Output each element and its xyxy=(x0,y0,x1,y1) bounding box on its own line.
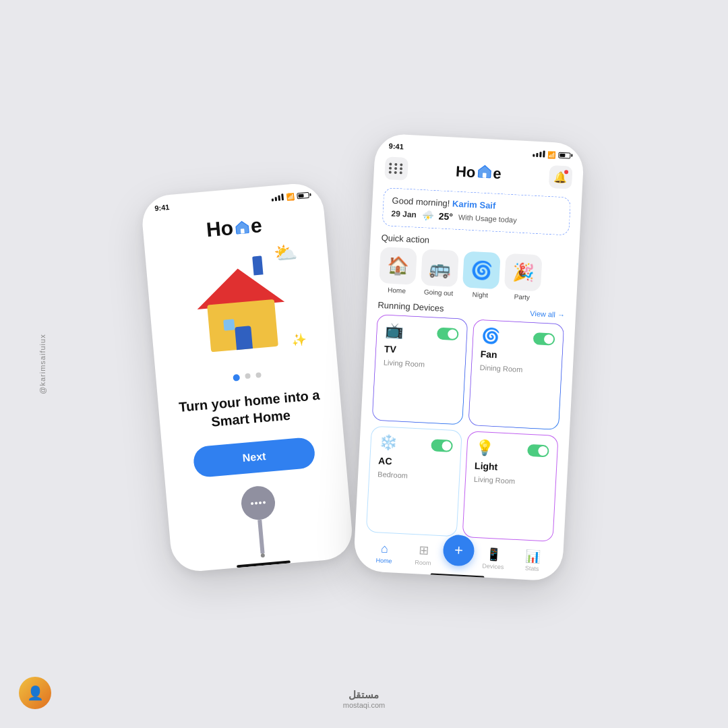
qa-party-icon-box: 🎉 xyxy=(504,253,543,292)
qa-going-out-icon-box: 🚌 xyxy=(421,249,459,287)
nav-stats-label: Stats xyxy=(525,565,539,572)
temperature: 25° xyxy=(438,210,453,222)
tv-room: Living Room xyxy=(384,358,457,370)
svg-rect-1 xyxy=(482,173,486,178)
app-title-p2: Ho e xyxy=(455,163,502,183)
tv-toggle[interactable] xyxy=(437,328,459,341)
tv-icon: 📺 xyxy=(385,322,404,340)
spark-icon: ✨ xyxy=(291,332,307,348)
usage-text: With Usage today xyxy=(458,213,517,224)
grid-icon xyxy=(389,162,404,174)
page-indicator xyxy=(233,373,262,382)
onboarding-text: Turn your home into a Smart Home xyxy=(171,386,329,434)
qa-home-label: Home xyxy=(388,286,406,295)
svg-rect-0 xyxy=(240,229,244,234)
fab-add-button[interactable]: + xyxy=(442,534,475,566)
nav-room-icon: ⊞ xyxy=(418,543,429,559)
signal-icon xyxy=(271,193,284,202)
qa-night[interactable]: 🌀 Night xyxy=(462,251,501,299)
device-card-fan[interactable]: 🌀 Fan Dining Room xyxy=(468,319,564,430)
ac-icon: ❄️ xyxy=(379,433,398,452)
quick-actions-list: 🏠 Home 🚌 Going out 🌀 Night 🎉 Party xyxy=(378,247,568,303)
qa-party-label: Party xyxy=(514,293,530,301)
next-button[interactable]: Next xyxy=(192,437,315,478)
home-indicator-p2 xyxy=(430,573,484,578)
ac-name: AC xyxy=(378,455,452,470)
qa-night-label: Night xyxy=(472,291,488,299)
running-devices-title: Running Devices xyxy=(377,300,444,313)
phone1-body: Ho e ⛅ xyxy=(142,200,353,566)
phone-dashboard: 9:41 📶 xyxy=(353,133,585,581)
battery-icon-p2 xyxy=(558,152,570,158)
fan-icon: 🌀 xyxy=(481,327,500,345)
weather-icon: ⛈️ xyxy=(421,210,433,221)
light-room: Living Room xyxy=(474,475,547,487)
speaker-illustration xyxy=(240,485,280,559)
device-card-light[interactable]: 💡 Light Living Room xyxy=(462,431,559,542)
qa-going-out[interactable]: 🚌 Going out xyxy=(420,249,459,297)
battery-icon xyxy=(297,191,309,199)
user-name: Karim Saif xyxy=(452,198,496,210)
nav-home-label: Home xyxy=(375,557,392,564)
device-card-tv[interactable]: 📺 TV Living Room xyxy=(371,314,468,425)
light-name: Light xyxy=(475,460,549,475)
devices-grid: 📺 TV Living Room 🌀 xyxy=(366,314,565,542)
watermark-left: @karimsaifuiux xyxy=(38,334,47,394)
wifi-icon: 📶 xyxy=(286,192,295,200)
greeting-card: Good morning! Karim Saif 29 Jan ⛈️ 25° W… xyxy=(382,187,572,235)
time-p1: 9:41 xyxy=(154,203,170,212)
cloud-icon: ⛅ xyxy=(272,241,298,265)
status-icons-p1: 📶 xyxy=(271,191,309,202)
nav-room-label: Room xyxy=(415,559,431,566)
wifi-icon-p2: 📶 xyxy=(547,150,556,158)
notification-button[interactable]: 🔔 xyxy=(549,165,573,189)
menu-button[interactable] xyxy=(384,156,408,181)
avatar: 👤 xyxy=(19,677,51,709)
dot-2 xyxy=(245,373,251,380)
view-all-button[interactable]: View all → xyxy=(530,309,565,319)
nav-room[interactable]: ⊞ Room xyxy=(403,542,444,567)
notification-badge xyxy=(564,170,568,174)
time-p2: 9:41 xyxy=(388,142,404,150)
nav-home-icon: ⌂ xyxy=(381,541,389,556)
qa-going-out-label: Going out xyxy=(424,288,454,297)
qa-party[interactable]: 🎉 Party xyxy=(504,253,543,302)
tv-name: TV xyxy=(384,343,458,358)
greeting-date: 29 Jan xyxy=(391,209,417,220)
ac-room: Bedroom xyxy=(377,470,451,482)
qa-home[interactable]: 🏠 Home xyxy=(378,247,417,295)
light-toggle[interactable] xyxy=(527,444,549,458)
app-title-p1: Ho e xyxy=(206,214,263,241)
nav-stats-icon: 📊 xyxy=(525,549,541,564)
fan-toggle[interactable] xyxy=(533,332,555,346)
ac-toggle[interactable] xyxy=(431,439,453,452)
nav-devices-icon: 📱 xyxy=(486,547,502,562)
house-icon-p2 xyxy=(477,164,492,182)
device-card-ac[interactable]: ❄️ AC Bedroom xyxy=(366,426,462,537)
qa-night-icon-box: 🌀 xyxy=(462,251,501,289)
nav-devices-label: Devices xyxy=(482,562,504,570)
watermark-bottom: مستقل mostaqi.com xyxy=(343,689,385,709)
nav-devices[interactable]: 📱 Devices xyxy=(473,546,514,571)
bottom-nav: ⌂ Home ⊞ Room + 📱 Devices 📊 Stats xyxy=(364,535,553,575)
signal-icon-p2 xyxy=(533,150,545,158)
phone-onboarding: 9:41 📶 Ho xyxy=(140,181,355,573)
phone2-body: Ho e 🔔 Good morning! xyxy=(353,152,584,576)
phones-container: 9:41 📶 Ho xyxy=(155,145,573,583)
status-icons-p2: 📶 xyxy=(533,150,570,159)
qa-home-icon-box: 🏠 xyxy=(379,247,417,285)
home-indicator-p1 xyxy=(237,560,291,568)
fan-room: Dining Room xyxy=(479,363,553,375)
nav-stats[interactable]: 📊 Stats xyxy=(512,548,553,573)
fan-name: Fan xyxy=(480,348,554,363)
dot-1 xyxy=(233,374,240,382)
light-icon: 💡 xyxy=(475,439,494,457)
nav-home[interactable]: ⌂ Home xyxy=(364,541,404,565)
house-icon-p1 xyxy=(233,215,250,239)
house-illustration: ⛅ ✨ xyxy=(169,240,313,371)
dot-3 xyxy=(255,373,262,379)
